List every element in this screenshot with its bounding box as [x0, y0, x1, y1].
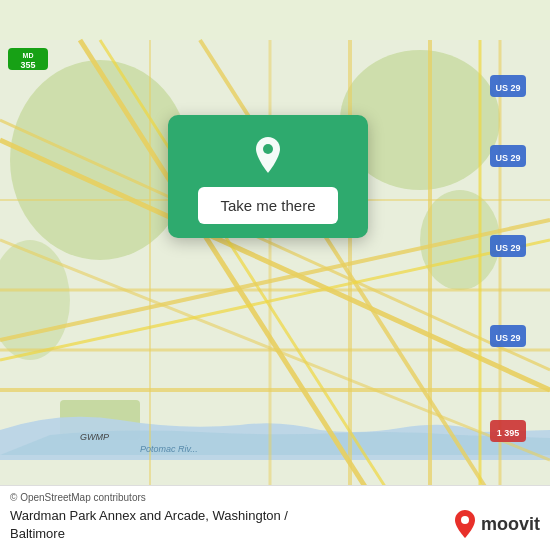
svg-point-40 — [461, 516, 469, 524]
location-card: Take me there — [168, 115, 368, 238]
svg-text:US 29: US 29 — [495, 83, 520, 93]
svg-text:355: 355 — [20, 60, 35, 70]
svg-point-39 — [263, 144, 273, 154]
svg-text:GWMP: GWMP — [80, 432, 109, 442]
osm-credit: © OpenStreetMap contributors — [10, 492, 540, 503]
svg-text:MD: MD — [23, 52, 34, 59]
osm-credit-text: © OpenStreetMap contributors — [10, 492, 146, 503]
location-row: Wardman Park Annex and Arcade, Washingto… — [10, 506, 540, 542]
location-region-text: Baltimore — [10, 526, 65, 541]
svg-text:US 29: US 29 — [495, 153, 520, 163]
svg-text:US 29: US 29 — [495, 333, 520, 343]
moovit-label-text: moovit — [481, 514, 540, 535]
map-container: US 29 US 29 US 29 US 29 1 395 MD 355 GWM… — [0, 0, 550, 550]
take-me-there-button[interactable]: Take me there — [198, 187, 337, 224]
svg-text:1 395: 1 395 — [497, 428, 520, 438]
bottom-bar: © OpenStreetMap contributors Wardman Par… — [0, 485, 550, 550]
svg-point-1 — [10, 60, 190, 260]
moovit-logo: moovit — [453, 510, 540, 538]
location-name: Wardman Park Annex and Arcade, Washingto… — [10, 506, 288, 542]
map-pin-icon — [246, 133, 290, 177]
svg-text:Potomac Riv...: Potomac Riv... — [140, 444, 198, 454]
moovit-pin-icon — [453, 510, 477, 538]
map-background: US 29 US 29 US 29 US 29 1 395 MD 355 GWM… — [0, 0, 550, 550]
svg-text:US 29: US 29 — [495, 243, 520, 253]
location-name-text: Wardman Park Annex and Arcade, Washingto… — [10, 508, 288, 523]
